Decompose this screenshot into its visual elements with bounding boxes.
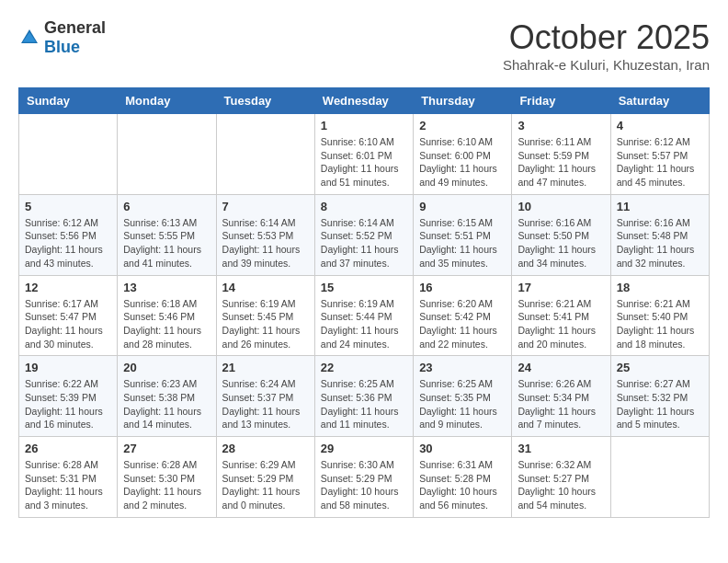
day-info: Sunrise: 6:25 AMSunset: 5:35 PMDaylight:… — [419, 377, 506, 431]
day-info: Sunrise: 6:10 AMSunset: 6:00 PMDaylight:… — [419, 135, 506, 190]
day-info: Sunrise: 6:19 AMSunset: 5:44 PMDaylight:… — [321, 297, 407, 351]
day-number: 11 — [617, 200, 703, 213]
day-info: Sunrise: 6:18 AMSunset: 5:46 PMDaylight:… — [123, 297, 210, 351]
calendar-cell — [19, 114, 118, 195]
calendar-cell — [216, 114, 314, 195]
day-number: 27 — [123, 442, 210, 455]
logo-icon — [18, 27, 40, 49]
day-info: Sunrise: 6:13 AMSunset: 5:55 PMDaylight:… — [123, 216, 210, 270]
day-info: Sunrise: 6:16 AMSunset: 5:50 PMDaylight:… — [518, 216, 604, 270]
day-info: Sunrise: 6:23 AMSunset: 5:38 PMDaylight:… — [123, 377, 210, 431]
day-info: Sunrise: 6:10 AMSunset: 6:01 PMDaylight:… — [321, 135, 407, 190]
calendar-cell: 3Sunrise: 6:11 AMSunset: 5:59 PMDaylight… — [512, 114, 610, 195]
day-info: Sunrise: 6:20 AMSunset: 5:42 PMDaylight:… — [419, 297, 506, 351]
day-number: 24 — [518, 361, 604, 374]
calendar-cell: 1Sunrise: 6:10 AMSunset: 6:01 PMDaylight… — [314, 114, 413, 195]
calendar-cell: 16Sunrise: 6:20 AMSunset: 5:42 PMDayligh… — [414, 275, 512, 356]
day-info: Sunrise: 6:14 AMSunset: 5:52 PMDaylight:… — [321, 216, 407, 270]
calendar-week-row: 19Sunrise: 6:22 AMSunset: 5:39 PMDayligh… — [19, 356, 710, 437]
day-number: 6 — [123, 200, 210, 213]
day-info: Sunrise: 6:27 AMSunset: 5:32 PMDaylight:… — [617, 377, 703, 431]
day-of-week-header: Friday — [512, 88, 610, 114]
day-number: 21 — [222, 361, 309, 374]
day-of-week-header: Sunday — [19, 88, 118, 114]
day-number: 20 — [123, 361, 210, 374]
day-number: 7 — [222, 200, 309, 213]
calendar-cell: 11Sunrise: 6:16 AMSunset: 5:48 PMDayligh… — [610, 194, 709, 275]
calendar-cell: 24Sunrise: 6:26 AMSunset: 5:34 PMDayligh… — [512, 356, 610, 437]
day-info: Sunrise: 6:14 AMSunset: 5:53 PMDaylight:… — [222, 216, 309, 270]
day-info: Sunrise: 6:19 AMSunset: 5:45 PMDaylight:… — [222, 297, 309, 351]
day-number: 23 — [419, 361, 506, 374]
day-info: Sunrise: 6:30 AMSunset: 5:29 PMDaylight:… — [321, 458, 407, 512]
day-number: 19 — [25, 361, 111, 374]
day-info: Sunrise: 6:26 AMSunset: 5:34 PMDaylight:… — [518, 377, 604, 431]
day-number: 13 — [123, 281, 210, 294]
day-info: Sunrise: 6:32 AMSunset: 5:27 PMDaylight:… — [518, 458, 604, 512]
calendar-cell: 25Sunrise: 6:27 AMSunset: 5:32 PMDayligh… — [610, 356, 709, 437]
day-info: Sunrise: 6:15 AMSunset: 5:51 PMDaylight:… — [419, 216, 506, 270]
day-info: Sunrise: 6:24 AMSunset: 5:37 PMDaylight:… — [222, 377, 309, 431]
day-of-week-header: Tuesday — [216, 88, 314, 114]
calendar-cell: 21Sunrise: 6:24 AMSunset: 5:37 PMDayligh… — [216, 356, 314, 437]
calendar-cell: 15Sunrise: 6:19 AMSunset: 5:44 PMDayligh… — [314, 275, 413, 356]
calendar-cell — [118, 114, 216, 195]
day-number: 16 — [419, 281, 506, 294]
day-number: 30 — [419, 442, 506, 455]
calendar-cell: 27Sunrise: 6:28 AMSunset: 5:30 PMDayligh… — [118, 437, 216, 518]
day-of-week-header: Monday — [118, 88, 216, 114]
day-info: Sunrise: 6:28 AMSunset: 5:30 PMDaylight:… — [123, 458, 210, 512]
day-number: 25 — [617, 361, 703, 374]
day-info: Sunrise: 6:25 AMSunset: 5:36 PMDaylight:… — [321, 377, 407, 431]
calendar-cell: 20Sunrise: 6:23 AMSunset: 5:38 PMDayligh… — [118, 356, 216, 437]
subtitle: Shahrak-e Kuluri, Khuzestan, Iran — [503, 57, 710, 73]
calendar-cell: 7Sunrise: 6:14 AMSunset: 5:53 PMDaylight… — [216, 194, 314, 275]
day-info: Sunrise: 6:11 AMSunset: 5:59 PMDaylight:… — [518, 135, 604, 190]
day-info: Sunrise: 6:22 AMSunset: 5:39 PMDaylight:… — [25, 377, 111, 431]
day-number: 2 — [419, 119, 506, 132]
month-title: October 2025 — [503, 18, 710, 57]
day-of-week-header: Saturday — [610, 88, 709, 114]
calendar-cell: 28Sunrise: 6:29 AMSunset: 5:29 PMDayligh… — [216, 437, 314, 518]
calendar-cell: 14Sunrise: 6:19 AMSunset: 5:45 PMDayligh… — [216, 275, 314, 356]
day-number: 14 — [222, 281, 309, 294]
calendar-cell: 6Sunrise: 6:13 AMSunset: 5:55 PMDaylight… — [118, 194, 216, 275]
day-number: 26 — [25, 442, 111, 455]
calendar-cell: 26Sunrise: 6:28 AMSunset: 5:31 PMDayligh… — [19, 437, 118, 518]
day-number: 8 — [321, 200, 407, 213]
day-info: Sunrise: 6:28 AMSunset: 5:31 PMDaylight:… — [25, 458, 111, 512]
day-info: Sunrise: 6:16 AMSunset: 5:48 PMDaylight:… — [617, 216, 703, 270]
calendar-week-row: 5Sunrise: 6:12 AMSunset: 5:56 PMDaylight… — [19, 194, 710, 275]
calendar-cell: 12Sunrise: 6:17 AMSunset: 5:47 PMDayligh… — [19, 275, 118, 356]
calendar-cell: 19Sunrise: 6:22 AMSunset: 5:39 PMDayligh… — [19, 356, 118, 437]
day-number: 4 — [617, 119, 703, 132]
day-of-week-header: Wednesday — [314, 88, 413, 114]
calendar-cell — [610, 437, 709, 518]
day-info: Sunrise: 6:31 AMSunset: 5:28 PMDaylight:… — [419, 458, 506, 512]
day-info: Sunrise: 6:17 AMSunset: 5:47 PMDaylight:… — [25, 297, 111, 351]
day-info: Sunrise: 6:21 AMSunset: 5:40 PMDaylight:… — [617, 297, 703, 351]
day-number: 5 — [25, 200, 111, 213]
calendar-cell: 13Sunrise: 6:18 AMSunset: 5:46 PMDayligh… — [118, 275, 216, 356]
calendar-week-row: 12Sunrise: 6:17 AMSunset: 5:47 PMDayligh… — [19, 275, 710, 356]
calendar-cell: 10Sunrise: 6:16 AMSunset: 5:50 PMDayligh… — [512, 194, 610, 275]
calendar-cell: 22Sunrise: 6:25 AMSunset: 5:36 PMDayligh… — [314, 356, 413, 437]
day-number: 18 — [617, 281, 703, 294]
day-number: 10 — [518, 200, 604, 213]
day-of-week-header: Thursday — [414, 88, 512, 114]
calendar-cell: 4Sunrise: 6:12 AMSunset: 5:57 PMDaylight… — [610, 114, 709, 195]
title-block: October 2025 Shahrak-e Kuluri, Khuzestan… — [503, 18, 710, 73]
logo-text-blue: Blue — [44, 38, 80, 56]
day-number: 12 — [25, 281, 111, 294]
page-header: General Blue October 2025 Shahrak-e Kulu… — [18, 18, 710, 73]
calendar-cell: 17Sunrise: 6:21 AMSunset: 5:41 PMDayligh… — [512, 275, 610, 356]
calendar-cell: 29Sunrise: 6:30 AMSunset: 5:29 PMDayligh… — [314, 437, 413, 518]
calendar-cell: 31Sunrise: 6:32 AMSunset: 5:27 PMDayligh… — [512, 437, 610, 518]
day-number: 15 — [321, 281, 407, 294]
calendar-cell: 5Sunrise: 6:12 AMSunset: 5:56 PMDaylight… — [19, 194, 118, 275]
calendar-week-row: 26Sunrise: 6:28 AMSunset: 5:31 PMDayligh… — [19, 437, 710, 518]
calendar-table: SundayMondayTuesdayWednesdayThursdayFrid… — [18, 87, 710, 518]
day-number: 29 — [321, 442, 407, 455]
day-number: 22 — [321, 361, 407, 374]
day-number: 3 — [518, 119, 604, 132]
